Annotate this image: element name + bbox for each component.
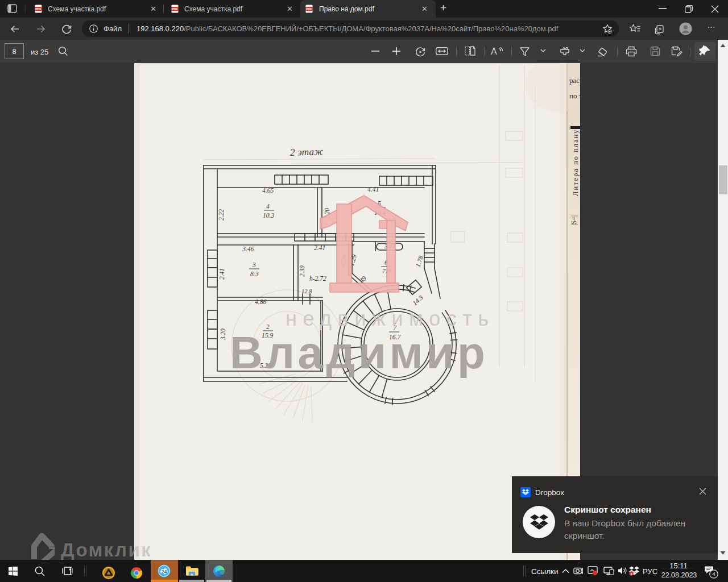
svg-text:раст: раст [569, 76, 580, 85]
svg-text:12.8: 12.8 [301, 288, 312, 294]
svg-text:2.41: 2.41 [314, 244, 325, 251]
svg-text:PDF: PDF [306, 7, 312, 11]
svg-text:2 этаж: 2 этаж [289, 146, 324, 158]
svg-text:Литера по плану: Литера по плану [572, 128, 580, 196]
svg-text:4: 4 [266, 203, 270, 210]
svg-text:4.86: 4.86 [255, 298, 266, 305]
svg-text:Владимир: Владимир [230, 327, 488, 378]
svg-text:2.39: 2.39 [299, 265, 305, 277]
svg-text:недвижимость: недвижимость [286, 307, 495, 330]
svg-text:4.41: 4.41 [367, 186, 379, 193]
svg-text:h-2.72: h-2.72 [309, 275, 326, 282]
svg-text:Домклик: Домклик [61, 539, 152, 560]
svg-text:PDF: PDF [35, 7, 41, 11]
svg-text:4.65: 4.65 [262, 187, 274, 194]
svg-text:10.3: 10.3 [263, 212, 274, 219]
svg-text:3: 3 [252, 261, 256, 268]
svg-text:A: A [491, 47, 497, 56]
svg-text:|Ѕ=|: |Ѕ=| [570, 215, 578, 226]
svg-text:2.22: 2.22 [218, 209, 225, 221]
svg-text:PDF: PDF [172, 7, 177, 11]
svg-text:8.3: 8.3 [250, 271, 259, 277]
svg-text:24: 24 [162, 569, 167, 575]
svg-text:2.41: 2.41 [218, 268, 225, 280]
svg-text:по т: по т [569, 92, 580, 100]
svg-text:3.20: 3.20 [220, 329, 226, 340]
svg-text:3.46: 3.46 [242, 246, 254, 252]
svg-text:4: 4 [712, 571, 715, 577]
svg-text:3: 3 [630, 572, 632, 576]
